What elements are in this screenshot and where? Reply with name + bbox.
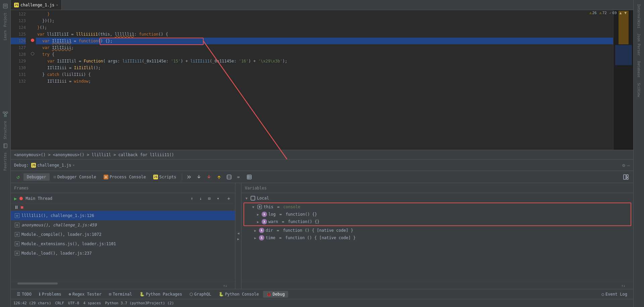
sidebar-label-learn[interactable]: Learn bbox=[3, 29, 8, 42]
var-item-log[interactable]: ▶ λ log = function() {} bbox=[244, 211, 631, 218]
event-log-tab[interactable]: ○ Event Log bbox=[598, 291, 631, 298]
right-sidebar-internal-wiki[interactable]: InternalWiki bbox=[636, 1, 641, 31]
frame-item-2[interactable]: ⊡ Module._compile(), loader.js:1072 bbox=[11, 230, 235, 239]
thread-ctrl-filter[interactable]: ⊟ bbox=[206, 195, 213, 202]
var-warn-name: warn bbox=[268, 219, 278, 224]
sidebar-label-project[interactable]: Project bbox=[3, 11, 8, 28]
bottom-tab-python-console[interactable]: 🐍 Python Console bbox=[215, 291, 262, 298]
restore-layout-btn[interactable] bbox=[621, 172, 631, 182]
var-log-expand[interactable]: ▶ bbox=[256, 212, 260, 217]
sidebar-label-structure[interactable]: Structure bbox=[3, 120, 8, 140]
var-time-name: time bbox=[266, 235, 275, 240]
right-sidebar: InternalWiki Json Parser Database SciVie… bbox=[633, 0, 644, 307]
step-over-btn[interactable] bbox=[184, 172, 194, 182]
var-scrollbar[interactable] bbox=[241, 282, 621, 285]
sidebar-icon-project[interactable] bbox=[1, 1, 10, 11]
debug-settings-btn[interactable]: ⚙ bbox=[622, 163, 625, 168]
force-step-into-btn[interactable] bbox=[204, 172, 214, 182]
sidebar-icon-bookmarks[interactable] bbox=[1, 141, 10, 150]
stop-btn[interactable]: ■ bbox=[21, 205, 23, 210]
play-btn[interactable]: ▶ bbox=[14, 196, 17, 201]
tab-debugger[interactable]: Debugger bbox=[23, 173, 50, 181]
tab-label: challenge_1.js bbox=[20, 3, 54, 7]
pause-btn[interactable]: ⏸ bbox=[14, 205, 19, 210]
debug-file-tab[interactable]: JS challenge_1.js ✕ bbox=[31, 163, 74, 168]
frame-item-0[interactable]: ⊡ llll1li1(), challenge_1.js:126 bbox=[11, 211, 235, 220]
expand-left-btn[interactable]: ◀ bbox=[236, 230, 240, 236]
bottom-tab-problems[interactable]: ℹ Problems bbox=[36, 291, 65, 298]
tab-scripts[interactable]: JS Scripts bbox=[150, 173, 180, 181]
bottom-tab-graphql[interactable]: ⬡ GraphQL bbox=[186, 291, 215, 298]
frame-icon-3: ⊡ bbox=[15, 242, 19, 246]
debug-restart-btn[interactable]: ↺ bbox=[13, 172, 23, 182]
code-editor-wrapper: ⚠ 26 ⚠ 72 ✓ 69 ▲ ▼ 122 123 124 bbox=[11, 10, 633, 159]
bottom-tab-todo[interactable]: ☰ TODO bbox=[13, 291, 35, 298]
table-view-btn[interactable] bbox=[245, 172, 254, 182]
bottom-tab-regex[interactable]: ⊛ Regex Tester bbox=[65, 291, 105, 298]
editor-tab-challenge[interactable]: JS challenge_1.js ✕ bbox=[11, 0, 62, 10]
sidebar-label-favorites[interactable]: Favorites bbox=[3, 151, 8, 172]
problems-icon: ℹ bbox=[39, 292, 41, 297]
debug-label: Debug: bbox=[14, 163, 29, 168]
svg-rect-5 bbox=[4, 115, 6, 117]
scroll-down-btn[interactable]: ↓ bbox=[225, 282, 227, 289]
frame-fn-2: Module._compile(), loader.js:1072 bbox=[21, 232, 101, 237]
bottom-tab-terminal[interactable]: ⊡ Terminal bbox=[106, 291, 136, 298]
debug-minimize-btn[interactable]: — bbox=[627, 163, 630, 168]
frame-item-4[interactable]: ⊡ Module._load(), loader.js:237 bbox=[11, 249, 235, 258]
svg-text:⌨: ⌨ bbox=[237, 175, 239, 180]
graphql-label: GraphQL bbox=[194, 292, 211, 297]
add-frame-btn[interactable]: + bbox=[226, 195, 232, 202]
code-editor[interactable]: ⚠ 26 ⚠ 72 ✓ 69 ▲ ▼ 122 123 124 bbox=[11, 10, 633, 159]
code-line-122: } bbox=[36, 11, 613, 17]
var-item-dir[interactable]: ▶ λ dir = function () { [native code] } bbox=[241, 227, 633, 234]
code-line-130: IIlIIiii = IiIiIlil(); bbox=[36, 64, 613, 71]
thread-ctrl-up[interactable]: ↑ bbox=[188, 195, 196, 202]
sidebar-icon-structure[interactable] bbox=[1, 109, 10, 119]
evaluate-btn[interactable]: ⌨ bbox=[234, 172, 244, 182]
svg-rect-19 bbox=[624, 175, 626, 179]
run-to-cursor-btn[interactable] bbox=[224, 172, 234, 182]
code-line-123: })(); bbox=[36, 17, 613, 24]
breadcrumb-bar: <anonymous>() > <anonymous>() > llilli1l… bbox=[11, 150, 633, 159]
var-time-expand[interactable]: ▶ bbox=[253, 235, 258, 240]
right-sidebar-json-parser[interactable]: Json Parser bbox=[636, 31, 641, 58]
svg-line-7 bbox=[5, 113, 7, 115]
tab-debugger-console[interactable]: ⊡ Debugger Console bbox=[50, 173, 100, 181]
frame-fn-0: llll1li1(), challenge_1.js:126 bbox=[21, 213, 94, 218]
var-item-warn[interactable]: ▶ λ warn = function() {} bbox=[244, 218, 631, 225]
tab-process-console[interactable]: ⊡ Process Console bbox=[100, 173, 149, 181]
var-this-expand[interactable]: ▼ bbox=[251, 205, 256, 209]
bottom-tab-debug[interactable]: 🐞 Debug bbox=[263, 291, 288, 298]
debug-body: Frames ▶ Main Thread ↑ ↓ ⊟ ▾ + bbox=[11, 183, 633, 289]
frame-scrollbar[interactable] bbox=[11, 282, 223, 285]
regex-label: Regex Tester bbox=[72, 292, 102, 297]
local-expand-icon[interactable]: ▼ bbox=[244, 196, 249, 201]
frame-scroll-controls: ↑ ↓ bbox=[11, 282, 235, 289]
expand-right-btn[interactable]: ▶ bbox=[236, 236, 240, 242]
var-scroll-down-btn[interactable]: ↓ bbox=[623, 282, 625, 289]
tab-debugger-label: Debugger bbox=[27, 175, 46, 179]
right-sidebar-database[interactable]: Database bbox=[636, 58, 641, 80]
frame-fn-4: Module._load(), loader.js:237 bbox=[21, 251, 92, 256]
var-item-time[interactable]: ▶ λ time = function () { [native code] } bbox=[241, 234, 633, 242]
tab-close-btn[interactable]: ✕ bbox=[56, 3, 58, 7]
var-dir-expand[interactable]: ▶ bbox=[253, 228, 258, 233]
panel-separator: ◀ ▶ bbox=[235, 183, 241, 289]
bottom-tab-python-packages[interactable]: 🐍 Python Packages bbox=[136, 291, 185, 298]
step-into-btn[interactable] bbox=[194, 172, 204, 182]
thread-ctrl-down[interactable]: ↓ bbox=[197, 195, 204, 202]
frame-item-3[interactable]: ⊡ Module._extensions.js(), loader.js:110… bbox=[11, 239, 235, 249]
var-warn-expand[interactable]: ▶ bbox=[256, 219, 260, 224]
event-log-icon: ○ bbox=[602, 292, 604, 297]
debug-tab-close[interactable]: ✕ bbox=[73, 163, 75, 167]
right-sidebar-sciview[interactable]: SciView bbox=[636, 80, 641, 100]
step-out-btn[interactable] bbox=[214, 172, 224, 182]
thread-ctrl-menu[interactable]: ▾ bbox=[214, 195, 222, 202]
variables-header-label: Variables bbox=[245, 186, 267, 190]
code-content[interactable]: } })(); }(); var lliIIli1I = llliiiii1( bbox=[36, 10, 613, 150]
frame-item-1[interactable]: ⊡ anonymous(), challenge_1.js:459 bbox=[11, 220, 235, 230]
frame-icon-1: ⊡ bbox=[15, 223, 19, 227]
python-console-label: Python Console bbox=[225, 292, 259, 297]
var-item-this[interactable]: ▼ this = console bbox=[244, 203, 631, 211]
